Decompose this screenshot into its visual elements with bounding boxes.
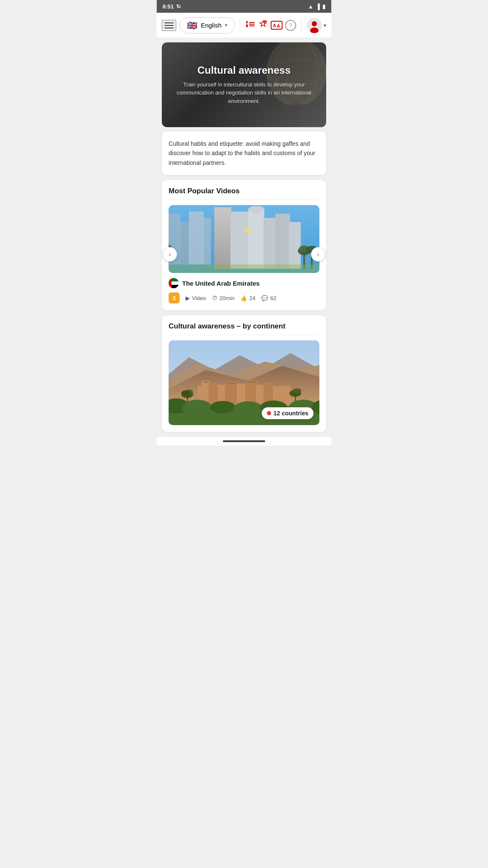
svg-rect-29 bbox=[275, 214, 290, 269]
svg-rect-28 bbox=[263, 218, 276, 269]
country-flag bbox=[169, 278, 179, 288]
hero-title: Cultural awareness bbox=[170, 64, 318, 76]
video-type: ▶ Video bbox=[186, 295, 206, 301]
country-name: The United Arab Emirates bbox=[182, 280, 260, 287]
status-bar: 6:51 ↻ ▲ ▐ ▮ bbox=[157, 0, 331, 13]
home-indicator bbox=[223, 440, 265, 442]
svg-rect-36 bbox=[169, 264, 319, 273]
svg-point-27 bbox=[248, 206, 264, 213]
language-label: English bbox=[201, 22, 222, 29]
popular-videos-section: Most Popular Videos ‹ bbox=[162, 180, 326, 310]
avatar-chevron-icon: ▾ bbox=[324, 22, 326, 28]
svg-rect-20 bbox=[202, 218, 211, 264]
video-badge-number: 3 bbox=[169, 292, 180, 303]
signal-icon: ▐ bbox=[316, 3, 320, 10]
continent-section: Cultural awareness – by continent bbox=[162, 315, 326, 432]
svg-point-68 bbox=[293, 388, 301, 393]
hamburger-menu-button[interactable] bbox=[162, 20, 176, 31]
hero-banner: Cultural awareness Train yourself in int… bbox=[162, 42, 326, 127]
play-icon: ▶ bbox=[186, 295, 190, 301]
description-card: Cultural habits and etiquette: avoid mak… bbox=[162, 131, 326, 175]
clock-icon: ⏱ bbox=[212, 295, 217, 301]
help-icon[interactable]: ? bbox=[285, 20, 296, 31]
comment-icon: 💬 bbox=[261, 295, 268, 301]
video-thumbnail[interactable] bbox=[169, 205, 319, 273]
svg-rect-24 bbox=[214, 207, 231, 269]
status-time: 6:51 ↻ bbox=[163, 3, 181, 10]
red-dot-icon bbox=[267, 411, 271, 415]
svg-rect-61 bbox=[247, 381, 256, 383]
svg-point-71 bbox=[183, 400, 212, 417]
user-avatar-button[interactable]: ▾ bbox=[307, 18, 326, 33]
carousel-next-button[interactable]: › bbox=[311, 247, 325, 262]
svg-rect-19 bbox=[189, 211, 204, 264]
video-carousel: ‹ bbox=[169, 205, 319, 303]
video-likes: 👍 24 bbox=[240, 295, 255, 301]
translate-icon[interactable]: A あ bbox=[271, 21, 283, 30]
thumbs-up-icon: 👍 bbox=[240, 295, 247, 301]
playlist-icon[interactable] bbox=[245, 19, 255, 31]
popular-videos-title: Most Popular Videos bbox=[169, 187, 319, 200]
continent-section-title: Cultural awareness – by continent bbox=[169, 322, 319, 335]
svg-point-65 bbox=[181, 390, 190, 395]
carousel-prev-button[interactable]: ‹ bbox=[163, 247, 177, 262]
continent-image[interactable]: 12 countries bbox=[169, 340, 319, 425]
language-flag: 🇬🇧 bbox=[187, 20, 197, 31]
avatar bbox=[307, 18, 322, 33]
hero-subtitle: Train yourself in intercultural skills t… bbox=[170, 81, 318, 106]
nav-divider-2 bbox=[301, 19, 302, 32]
svg-rect-25 bbox=[230, 211, 250, 269]
top-navigation: 🇬🇧 English ▾ ★ A あ ? bbox=[157, 13, 331, 38]
bottom-bar bbox=[157, 437, 331, 445]
hero-content: Cultural awareness Train yourself in int… bbox=[162, 56, 326, 114]
wifi-icon: ▲ bbox=[308, 3, 313, 10]
description-text: Cultural habits and etiquette: avoid mak… bbox=[169, 139, 319, 167]
battery-icon: ▮ bbox=[322, 3, 325, 10]
language-selector-button[interactable]: 🇬🇧 English ▾ bbox=[180, 17, 235, 33]
chevron-down-icon: ▾ bbox=[225, 22, 227, 28]
sync-icon: ↻ bbox=[176, 3, 181, 10]
star-icon[interactable]: ★ bbox=[258, 19, 268, 31]
svg-rect-60 bbox=[227, 383, 236, 384]
status-icons: ▲ ▐ ▮ bbox=[308, 3, 325, 10]
countries-count-badge: 12 countries bbox=[262, 407, 313, 419]
time-display: 6:51 bbox=[163, 3, 174, 10]
video-country-info: The United Arab Emirates bbox=[169, 278, 319, 288]
svg-rect-30 bbox=[289, 222, 301, 269]
svg-rect-18 bbox=[180, 222, 190, 264]
svg-rect-26 bbox=[248, 209, 264, 269]
video-duration: ⏱ 20min bbox=[212, 295, 234, 301]
svg-rect-59 bbox=[203, 381, 208, 383]
svg-point-8 bbox=[312, 21, 317, 26]
nav-divider-1 bbox=[240, 19, 240, 32]
city-skyline-image bbox=[169, 205, 319, 273]
countries-count-text: 12 countries bbox=[274, 410, 308, 417]
video-metadata: 3 ▶ Video ⏱ 20min 👍 24 💬 62 bbox=[169, 292, 319, 303]
svg-point-73 bbox=[233, 401, 263, 417]
video-comments: 💬 62 bbox=[261, 295, 276, 301]
svg-point-72 bbox=[210, 401, 236, 414]
hero-background: Cultural awareness Train yourself in int… bbox=[162, 42, 326, 127]
nav-icon-group: ★ A あ ? bbox=[245, 19, 296, 31]
